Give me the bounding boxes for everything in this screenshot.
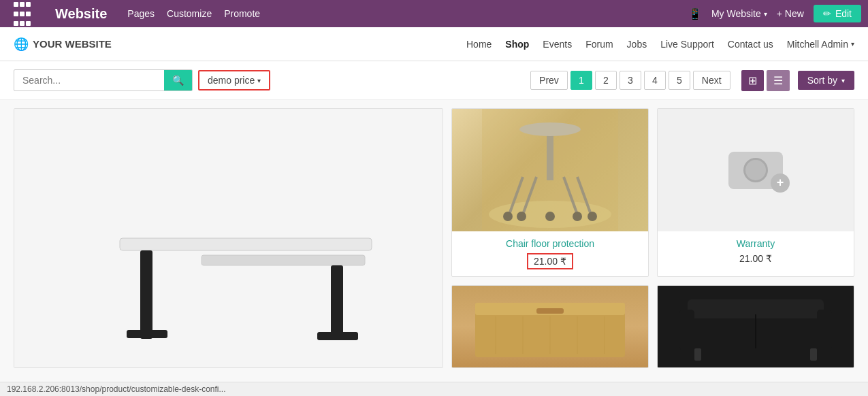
chair-floor-price: 21.00 ₹ [527,253,573,269]
demo-price-filter[interactable]: demo price ▾ [198,70,270,90]
nav-home[interactable]: Home [466,39,492,50]
products-grid: Chair floor protection 21.00 ₹ + Warrant… [0,100,868,376]
pencil-icon: ✏ [823,8,831,19]
edit-button[interactable]: ✏ Edit [814,5,861,22]
svg-point-13 [573,212,582,221]
product-card-desk[interactable] [14,108,443,368]
top-right-actions: 📱 My Website ▾ + New ✏ Edit [688,5,861,22]
svg-point-11 [503,212,513,221]
svg-rect-5 [317,332,358,340]
website-logo: 🌐 YOUR WEBSITE [14,37,112,52]
svg-point-15 [545,212,555,221]
svg-rect-4 [331,265,343,340]
svg-rect-2 [140,250,152,339]
page-1-button[interactable]: 1 [570,71,592,90]
warranty-price: 21.00 ₹ [664,253,847,264]
website-nav-links: Home Shop Events Forum Jobs Live Support… [466,39,854,50]
svg-rect-3 [127,330,167,338]
pagination-controls: Prev 1 2 3 4 5 Next [530,71,730,90]
svg-rect-30 [817,310,832,350]
svg-rect-1 [202,255,365,265]
website-navbar: 🌐 YOUR WEBSITE Home Shop Events Forum Jo… [0,27,868,61]
top-nav-links: Pages Customize Promote [127,8,260,19]
svg-rect-21 [536,308,564,314]
svg-point-17 [519,122,581,136]
nav-live-support[interactable]: Live Support [660,39,714,50]
globe-icon: 🌐 [14,37,29,52]
sofa-image [658,286,854,367]
chair-floor-info: Chair floor protection 21.00 ₹ [452,231,648,276]
nav-forum[interactable]: Forum [585,39,613,50]
svg-rect-16 [547,129,553,180]
new-button[interactable]: + New [777,8,804,19]
promote-link[interactable]: Promote [224,8,260,19]
prev-page-button[interactable]: Prev [530,71,568,90]
chair-floor-image [452,109,648,231]
svg-rect-32 [694,348,701,361]
shop-controls: 🔍 demo price ▾ Prev 1 2 3 4 5 Next ⊞ ☰ S… [0,61,868,100]
grid-menu-icon[interactable] [7,0,37,27]
product-card-warranty[interactable]: + Warranty 21.00 ₹ [657,108,854,277]
customize-link[interactable]: Customize [167,8,212,19]
desk-svg [65,129,392,361]
user-menu[interactable]: Mitchell Admin ▾ [787,39,854,50]
sofa-svg [674,286,837,367]
svg-point-14 [588,212,597,221]
nav-events[interactable]: Events [543,39,572,50]
nav-contact-us[interactable]: Contact us [728,39,773,50]
search-input[interactable] [14,71,164,90]
list-view-button[interactable]: ☰ [767,70,790,91]
nav-jobs[interactable]: Jobs [627,39,647,50]
product-card-sofa[interactable] [657,285,854,368]
search-button[interactable]: 🔍 [164,70,192,90]
page-2-button[interactable]: 2 [595,71,617,90]
sort-by-button[interactable]: Sort by ▾ [798,71,854,90]
view-toggle: ⊞ ☰ [741,70,790,91]
next-page-button[interactable]: Next [693,71,730,90]
desk-image [14,109,443,367]
my-website-dropdown[interactable]: My Website ▾ [711,8,767,19]
svg-point-12 [517,212,526,221]
mobile-icon: 📱 [688,7,702,20]
pages-link[interactable]: Pages [127,8,155,19]
camera-icon: + [728,152,783,189]
brand-label: Website [55,6,107,22]
warranty-name[interactable]: Warranty [664,238,847,249]
chair-floor-name[interactable]: Chair floor protection [459,238,641,249]
page-3-button[interactable]: 3 [620,71,641,90]
nav-shop[interactable]: Shop [505,39,529,50]
wood-box-svg [468,286,632,367]
search-box: 🔍 [14,69,193,91]
svg-rect-29 [679,310,694,350]
chair-image-svg [482,109,618,231]
product-card-chair-floor[interactable]: Chair floor protection 21.00 ₹ [451,108,649,277]
page-4-button[interactable]: 4 [644,71,666,90]
page-5-button[interactable]: 5 [669,71,690,90]
top-navbar: Website Pages Customize Promote 📱 My Web… [0,0,868,27]
website-logo-text: YOUR WEBSITE [33,38,112,50]
wood-box-image [452,286,648,367]
warranty-info: Warranty 21.00 ₹ [658,231,854,271]
product-card-wood-box[interactable] [451,285,649,368]
svg-rect-33 [810,348,817,361]
warranty-image: + [658,109,854,231]
grid-view-button[interactable]: ⊞ [741,70,764,91]
svg-rect-0 [120,238,372,250]
